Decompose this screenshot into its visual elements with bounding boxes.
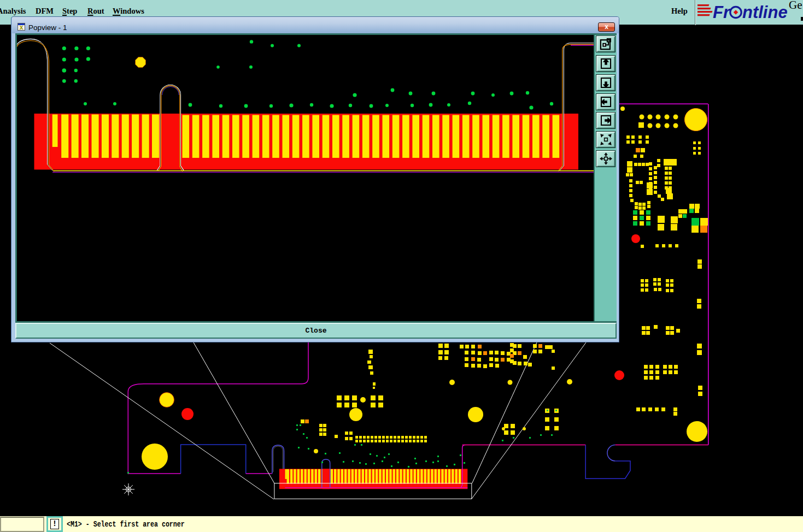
svg-text:Fr: Fr (713, 3, 731, 22)
svg-text:ntline: ntline (742, 3, 788, 22)
